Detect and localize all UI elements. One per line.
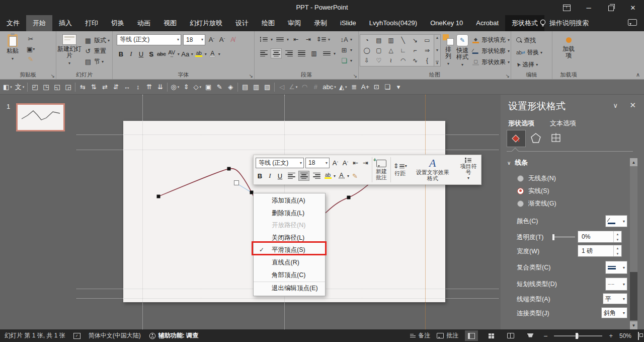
shape-outline-button[interactable]: 形状轮廓▾: [472, 46, 510, 56]
shape-pie[interactable]: ◔: [365, 36, 368, 45]
shrink-font-button[interactable]: Aˇ: [218, 35, 226, 45]
decrease-indent-button[interactable]: ⇤: [290, 34, 301, 44]
layout-button[interactable]: ▦版式▾: [84, 35, 110, 45]
separator[interactable]: [75, 83, 75, 92]
text-shadow-button[interactable]: S: [147, 49, 155, 59]
display-settings-icon[interactable]: ✓: [73, 333, 80, 339]
tab-file[interactable]: 文件: [0, 15, 26, 31]
clear-formatting-button[interactable]: A̸: [228, 35, 237, 45]
tab-home[interactable]: 开始: [26, 15, 52, 31]
edit-points-icon[interactable]: ∠: [289, 82, 297, 92]
radio-solid-line[interactable]: 实线(S): [517, 186, 549, 195]
shape-heart[interactable]: ♡: [376, 56, 382, 65]
font-grow-icon[interactable]: A+: [361, 82, 369, 92]
dash-type-button[interactable]: ┄┄▾: [605, 278, 627, 291]
edit-shape-icon[interactable]: ◁: [278, 82, 286, 92]
paste-button[interactable]: 粘贴 ▾: [1, 33, 24, 72]
swap-horizontal-icon[interactable]: ⇆: [78, 82, 87, 92]
size-properties-category-button[interactable]: [550, 132, 562, 146]
mini-grow-font-button[interactable]: Aˆ: [331, 158, 340, 168]
mini-underline-button[interactable]: U: [276, 171, 284, 181]
shape-textbox-vertical[interactable]: ▥: [388, 36, 393, 45]
mini-align-right-button[interactable]: [311, 171, 322, 181]
tab-islide[interactable]: iSlide: [334, 15, 363, 31]
separator[interactable]: [27, 83, 28, 92]
bring-to-front-icon[interactable]: ◱: [53, 82, 61, 92]
text-effects-button[interactable]: A 设置文字效果格式: [410, 155, 456, 184]
find-button[interactable]: 查找: [516, 35, 542, 45]
tab-draw[interactable]: 绘图: [255, 15, 281, 31]
align-center-button[interactable]: [271, 48, 282, 58]
shape-fill-button[interactable]: ◆形状填充▾: [472, 35, 510, 45]
italic-button[interactable]: I: [127, 49, 135, 59]
resize-icon[interactable]: ⇕: [182, 82, 190, 92]
shape-oval[interactable]: ◯: [363, 46, 370, 55]
copy-format-icon[interactable]: ▣: [204, 82, 212, 92]
menu-delete-vertex[interactable]: 删除顶点(L): [254, 207, 325, 220]
swap-vertical-icon[interactable]: ⇅: [90, 82, 98, 92]
font-dialog-launcher[interactable]: ↘: [249, 73, 253, 79]
slideshow-view-button[interactable]: [524, 330, 537, 341]
drawing-dialog-launcher[interactable]: ↘: [506, 73, 510, 79]
radio-gradient-line[interactable]: 渐变线(G): [517, 199, 556, 208]
radio-no-line[interactable]: 无线条(N): [517, 174, 556, 183]
separator[interactable]: [167, 83, 168, 92]
shape-arrow-line[interactable]: ↘: [413, 36, 418, 45]
separator[interactable]: [237, 83, 238, 92]
pane-chevron-down-icon[interactable]: ∨: [613, 102, 618, 109]
mini-format-painter-icon[interactable]: ✎: [351, 171, 359, 181]
tab-insert[interactable]: 插入: [52, 15, 78, 31]
transparency-slider[interactable]: [553, 237, 575, 237]
increase-indent-button[interactable]: ⇥: [303, 34, 314, 44]
pane-close-icon[interactable]: ✕: [629, 101, 636, 110]
more-commands-icon[interactable]: ▾: [394, 82, 403, 92]
pane-scrollbar[interactable]: ▲ ▼: [630, 158, 637, 329]
placeholder-picture-icon[interactable]: ⊡: [372, 82, 380, 92]
shape-curve[interactable]: ∿: [413, 56, 418, 65]
mini-align-left-button[interactable]: [286, 171, 297, 181]
notes-button[interactable]: 备注: [410, 331, 430, 340]
mini-align-center-button[interactable]: [298, 171, 309, 181]
transparency-spinner[interactable]: ▲▼: [613, 231, 621, 242]
distribute-vertical-icon[interactable]: ⇊: [156, 82, 164, 92]
menu-add-vertex[interactable]: 添加顶点(A): [254, 194, 325, 207]
section-button[interactable]: ▤节▾: [84, 56, 110, 66]
mini-bold-button[interactable]: B: [256, 171, 264, 181]
tab-lvyhtools[interactable]: LvyhTools(0429): [363, 15, 424, 31]
spelling-icon[interactable]: abc: [323, 82, 336, 92]
menu-corner-vertex[interactable]: 角部顶点(C): [254, 269, 325, 282]
font-color-button[interactable]: A: [208, 49, 217, 59]
arrange-button[interactable]: 排列 ▾: [443, 33, 454, 72]
insert-rows-icon[interactable]: ≣: [350, 82, 358, 92]
change-case-button[interactable]: Aa: [181, 49, 190, 59]
font-name-combo[interactable]: 等线 (正文)▾: [117, 34, 181, 45]
menu-exit-edit-vertex[interactable]: 退出编辑顶点(E): [254, 282, 325, 295]
menu-straight-point[interactable]: 直线点(R): [254, 256, 325, 269]
restore-button[interactable]: [600, 0, 622, 15]
tab-design[interactable]: 设计: [229, 15, 255, 31]
tab-slideshow[interactable]: 幻灯片放映: [183, 15, 229, 31]
brush-icon[interactable]: ✎: [215, 82, 223, 92]
replace-button[interactable]: ab⇄替换▾: [516, 47, 542, 57]
line-color-button[interactable]: ▾: [605, 215, 627, 227]
minimize-button[interactable]: ─: [578, 0, 600, 15]
vertical-textbox-icon[interactable]: 文: [15, 82, 25, 92]
text-direction-button[interactable]: ↕A▾: [340, 34, 352, 44]
snap-grid-icon[interactable]: #: [311, 82, 319, 92]
swap-position-icon[interactable]: ⇄: [101, 82, 109, 92]
shape-triangle[interactable]: △: [388, 46, 393, 55]
text-placeholder-alt-icon[interactable]: ▥: [252, 82, 260, 92]
shape-right-arrow[interactable]: ⇒: [425, 46, 430, 55]
theme-colors-icon[interactable]: ◧: [3, 82, 12, 92]
select-button[interactable]: ➤选择▾: [516, 59, 542, 70]
gradient-icon[interactable]: ◭: [339, 82, 347, 92]
scrollbar-thumb[interactable]: [630, 272, 637, 320]
comments-button[interactable]: 批注: [437, 331, 458, 340]
bold-button[interactable]: B: [117, 49, 125, 59]
shape-rounded-rectangle[interactable]: ▢: [376, 46, 381, 55]
tab-print[interactable]: 打印: [78, 15, 105, 31]
strikethrough-button[interactable]: abc: [157, 49, 166, 59]
text-columns-button[interactable]: [321, 48, 332, 58]
tab-view[interactable]: 视图: [157, 15, 183, 31]
mini-font-color-button[interactable]: A: [337, 171, 346, 181]
